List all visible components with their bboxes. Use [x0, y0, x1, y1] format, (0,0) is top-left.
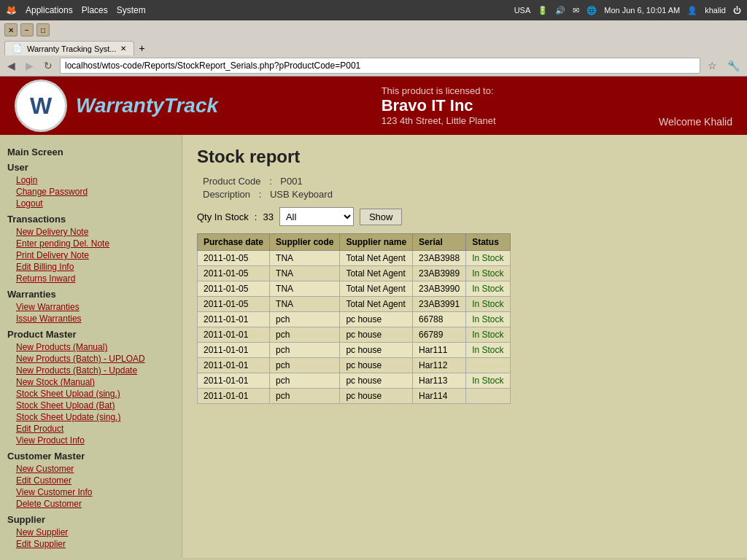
close-window-button[interactable]: ✕: [4, 23, 18, 36]
sidebar-item-view-product-info[interactable]: View Product Info: [7, 435, 174, 446]
os-system-menu[interactable]: System: [117, 5, 146, 15]
tab-title: Warranty Tracking Syst...: [27, 44, 116, 53]
table-row: 2011-01-01pchpc houseHar113In Stock: [198, 373, 511, 389]
sidebar-item-edit-product[interactable]: Edit Product: [7, 423, 174, 435]
sidebar-item-stock-sheet-upload-bat[interactable]: Stock Sheet Upload (Bat): [7, 400, 174, 411]
os-places-menu[interactable]: Places: [82, 5, 108, 15]
sidebar-item-new-supplier[interactable]: New Supplier: [7, 526, 174, 538]
table-row: 2011-01-05TNATotal Net Agent23AB3988In S…: [198, 251, 511, 266]
address-bar: ◀ ▶ ↻ ☆ 🔧: [0, 55, 747, 76]
table-cell: TNA: [270, 266, 340, 281]
sidebar-section-product-master: Product Master: [7, 329, 174, 340]
col-header-status: Status: [466, 234, 510, 251]
sidebar-item-enter-pending-del-note[interactable]: Enter pending Del. Note: [7, 238, 174, 249]
table-cell: In Stock: [466, 327, 510, 343]
description-value: USB Keyboard: [270, 189, 333, 200]
table-cell: In Stock: [466, 297, 510, 312]
table-cell: [466, 358, 510, 373]
maximize-window-button[interactable]: □: [36, 23, 50, 36]
main-screen-link[interactable]: Main Screen: [7, 147, 174, 158]
user-icon: 👤: [687, 6, 697, 15]
show-button[interactable]: Show: [360, 209, 403, 225]
bookmark-button[interactable]: ☆: [705, 58, 720, 73]
table-cell: In Stock: [466, 281, 510, 297]
sidebar-item-logout[interactable]: Logout: [7, 198, 174, 209]
os-logo-icon[interactable]: 🦊: [6, 5, 17, 15]
sidebar-item-view-warranties[interactable]: View Warranties: [7, 301, 174, 313]
description-line: Description : USB Keyboard: [197, 189, 732, 200]
url-input[interactable]: [60, 58, 700, 74]
sidebar-section-transactions: Transactions: [7, 214, 174, 225]
table-row: 2011-01-05TNATotal Net Agent23AB3989In S…: [198, 266, 511, 281]
settings-icon[interactable]: 🔧: [724, 58, 743, 73]
sidebar-item-new-products-batch-update[interactable]: New Products (Batch) - Update: [7, 365, 174, 376]
sidebar-item-login[interactable]: Login: [7, 174, 174, 186]
sidebar-item-stock-sheet-upload-sing[interactable]: Stock Sheet Upload (sing.): [7, 388, 174, 400]
tab-icon: 📄: [12, 44, 23, 53]
volume-icon: 🔊: [555, 6, 565, 15]
sidebar-item-delete-customer[interactable]: Delete Customer: [7, 498, 174, 510]
forward-button[interactable]: ▶: [23, 58, 36, 73]
table-cell: pc house: [340, 312, 413, 327]
reload-button[interactable]: ↻: [41, 58, 55, 73]
sidebar-item-new-delivery-note[interactable]: New Delivery Note: [7, 226, 174, 238]
table-row: 2011-01-01pchpc houseHar111In Stock: [198, 343, 511, 358]
status-filter-select[interactable]: All In Stock Out of Stock: [279, 207, 354, 226]
network-icon: 🌐: [587, 6, 597, 15]
table-cell: pch: [270, 373, 340, 389]
table-cell: Har112: [413, 358, 466, 373]
sidebar-item-returns-inward[interactable]: Returns Inward: [7, 273, 174, 284]
table-cell: Har113: [413, 373, 466, 389]
sidebar-item-edit-customer[interactable]: Edit Customer: [7, 475, 174, 486]
logo-text: WarrantyTrack: [76, 94, 218, 117]
table-cell: pc house: [340, 373, 413, 389]
sidebar-item-new-products-batch-upload[interactable]: New Products (Batch) - UPLOAD: [7, 353, 174, 365]
filter-row: Qty In Stock : 33 All In Stock Out of St…: [197, 207, 732, 226]
tab-close-button[interactable]: ✕: [120, 44, 126, 52]
table-row: 2011-01-01pchpc house66788In Stock: [198, 312, 511, 327]
table-cell: 2011-01-05: [198, 281, 270, 297]
table-cell: 2011-01-01: [198, 373, 270, 389]
power-icon[interactable]: ⏻: [733, 6, 741, 15]
table-cell: pch: [270, 343, 340, 358]
new-tab-button[interactable]: +: [134, 41, 149, 55]
sidebar-item-view-customer-info[interactable]: View Customer Info: [7, 486, 174, 498]
sidebar-section-user: User: [7, 162, 174, 173]
table-row: 2011-01-05TNATotal Net Agent23AB3990In S…: [198, 281, 511, 297]
product-code-value: P001: [280, 176, 302, 187]
sidebar-item-issue-warranties[interactable]: Issue Warranties: [7, 313, 174, 324]
table-cell: 23AB3990: [413, 281, 466, 297]
os-applications-menu[interactable]: Applications: [26, 5, 73, 15]
table-cell: 2011-01-01: [198, 312, 270, 327]
table-cell: pch: [270, 358, 340, 373]
sidebar-item-new-stock-manual[interactable]: New Stock (Manual): [7, 376, 174, 388]
sidebar-item-change-password[interactable]: Change Password: [7, 186, 174, 198]
qty-separator: :: [255, 211, 258, 222]
keyboard-layout: USA: [514, 6, 531, 15]
sidebar-item-new-products-manual[interactable]: New Products (Manual): [7, 341, 174, 353]
description-separator: :: [259, 189, 264, 200]
col-header-serial: Serial: [413, 234, 466, 251]
table-cell: pch: [270, 312, 340, 327]
sidebar-item-edit-supplier[interactable]: Edit Supplier: [7, 538, 174, 550]
sidebar-item-new-customer[interactable]: New Customer: [7, 463, 174, 475]
license-info: This product is licensed to: Bravo IT In…: [382, 85, 496, 126]
description-label: Description: [203, 189, 250, 200]
site-header: W WarrantyTrack This product is licensed…: [0, 77, 747, 135]
table-row: 2011-01-01pchpc house66789In Stock: [198, 327, 511, 343]
table-cell: 2011-01-01: [198, 358, 270, 373]
active-tab[interactable]: 📄 Warranty Tracking Syst... ✕: [4, 41, 134, 55]
qty-label: Qty In Stock: [197, 211, 249, 222]
sidebar-item-stock-sheet-update-sing[interactable]: Stock Sheet Update (sing.): [7, 411, 174, 423]
table-cell: TNA: [270, 251, 340, 266]
table-cell: TNA: [270, 281, 340, 297]
stock-table: Purchase date Supplier code Supplier nam…: [197, 233, 511, 404]
table-cell: Har111: [413, 343, 466, 358]
table-cell: Total Net Agent: [340, 251, 413, 266]
back-button[interactable]: ◀: [4, 58, 18, 73]
sidebar-item-edit-billing-info[interactable]: Edit Billing Info: [7, 261, 174, 273]
minimize-window-button[interactable]: −: [20, 23, 34, 36]
table-cell: In Stock: [466, 266, 510, 281]
sidebar-item-print-delivery-note[interactable]: Print Delivery Note: [7, 249, 174, 261]
sidebar-section-customer-master: Customer Master: [7, 451, 174, 462]
